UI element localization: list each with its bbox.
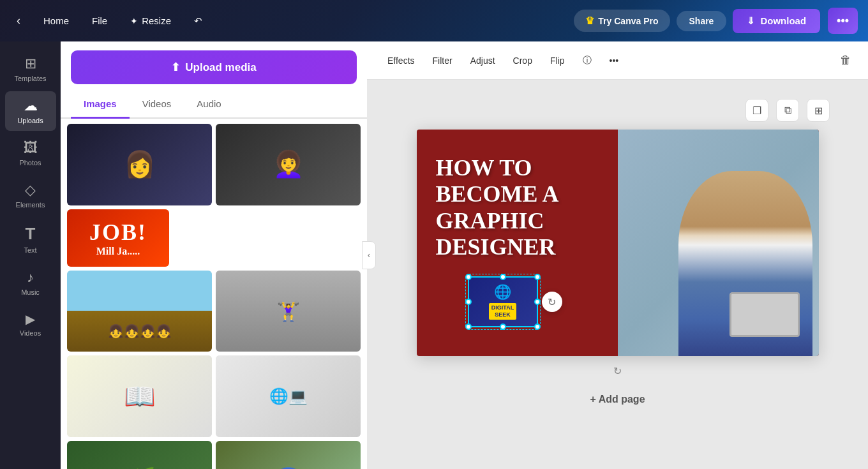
list-item[interactable] (67, 441, 212, 469)
try-pro-button[interactable]: ♛ Try Canva Pro (574, 10, 670, 32)
handle-bottom-center[interactable] (500, 324, 506, 330)
media-thumbnail (216, 124, 361, 205)
media-thumbnail (67, 355, 212, 437)
tab-videos-label: Videos (142, 98, 172, 109)
toolbar-right: 🗑 (836, 50, 855, 71)
sidebar: ⊞ Templates ☁ Uploads 🖼 Photos ◇ Element… (0, 41, 61, 469)
handle-top-center[interactable] (500, 274, 506, 280)
add-page-button[interactable]: + Add page (574, 387, 660, 412)
list-item[interactable] (216, 441, 361, 469)
upload-icon: ⬆ (171, 61, 180, 74)
media-grid: JOB! Mill Ja..... (61, 119, 367, 469)
list-item[interactable]: JOB! Mill Ja..... (67, 209, 169, 267)
copy-style-button[interactable]: ❐ (745, 99, 768, 122)
toolbar-more-button[interactable]: ••• (602, 50, 627, 71)
flip-label: Flip (550, 56, 565, 66)
media-thumbnail (67, 441, 212, 469)
sidebar-label-uploads: Uploads (17, 117, 43, 124)
page-rotate-button[interactable]: ↻ (613, 365, 622, 377)
page-rotate-icon: ↻ (613, 366, 622, 376)
toolbar-more-icon: ••• (610, 56, 619, 66)
sidebar-item-elements[interactable]: ◇ Elements (5, 175, 56, 215)
list-item[interactable] (67, 355, 212, 437)
handle-bottom-left[interactable] (465, 324, 472, 330)
delete-button[interactable]: 🗑 (836, 50, 855, 71)
effects-button[interactable]: Effects (380, 50, 423, 71)
canvas-container: HOW TO BECOME A GRAPHIC DESIGNER (417, 130, 819, 356)
selected-element[interactable]: 🌐 DIGITALSEEK ↻ (468, 276, 538, 327)
home-label: Home (43, 15, 69, 26)
sidebar-item-templates[interactable]: ⊞ Templates (5, 49, 56, 89)
resize-button[interactable]: ✦ Resize (124, 11, 177, 30)
flip-button[interactable]: Flip (542, 50, 572, 71)
canvas-scroll[interactable]: ❐ ⧉ ⊞ (367, 80, 868, 469)
photos-icon: 🖼 (24, 140, 38, 156)
list-item[interactable] (67, 271, 212, 352)
tabs-row: Images Videos Audio (61, 91, 367, 119)
canvas-frame[interactable]: HOW TO BECOME A GRAPHIC DESIGNER (417, 130, 819, 356)
filter-button[interactable]: Filter (425, 50, 460, 71)
list-item[interactable] (216, 355, 361, 437)
rotate-handle[interactable]: ↻ (542, 292, 562, 312)
sidebar-item-uploads[interactable]: ☁ Uploads (5, 91, 56, 131)
sidebar-label-elements: Elements (16, 201, 45, 209)
uploads-icon: ☁ (24, 98, 38, 114)
sidebar-item-photos[interactable]: 🖼 Photos (5, 133, 56, 173)
undo-button[interactable]: ↶ (188, 11, 209, 31)
more-options-button[interactable]: ••• (828, 8, 858, 34)
list-item[interactable] (67, 124, 212, 205)
music-icon: ♪ (27, 269, 34, 286)
media-thumbnail: JOB! Mill Ja..... (67, 209, 169, 267)
collapse-icon: ‹ (368, 251, 370, 260)
home-button[interactable]: Home (37, 11, 75, 30)
tab-images[interactable]: Images (71, 91, 130, 119)
globe-icon: 🌐 (494, 284, 511, 301)
sidebar-label-text: Text (24, 246, 36, 254)
upload-media-button[interactable]: ⬆ Upload media (71, 50, 357, 84)
media-thumbnail (67, 271, 212, 352)
expand-button[interactable]: ⊞ (807, 99, 830, 122)
sidebar-item-videos[interactable]: ▶ Videos (5, 305, 56, 343)
info-button[interactable]: ⓘ (575, 50, 599, 71)
sidebar-item-music[interactable]: ♪ Music (5, 263, 56, 302)
handle-top-right[interactable] (534, 274, 541, 280)
nav-right: ♛ Try Canva Pro Share ⇓ Download ••• (574, 8, 858, 34)
sidebar-label-templates: Templates (14, 75, 46, 82)
trash-icon: 🗑 (840, 54, 851, 66)
upload-btn-container: ⬆ Upload media (61, 41, 367, 91)
crown-icon: ♛ (585, 15, 594, 27)
back-button[interactable]: ‹ (10, 10, 27, 31)
tab-videos[interactable]: Videos (130, 91, 184, 119)
canvas-top-actions: ❐ ⧉ ⊞ (745, 99, 830, 122)
sidebar-label-videos: Videos (20, 329, 41, 337)
crop-button[interactable]: Crop (505, 50, 540, 71)
elements-icon: ◇ (25, 182, 36, 198)
upload-media-label: Upload media (185, 61, 256, 74)
copy-style-icon: ❐ (752, 105, 761, 117)
list-item[interactable] (216, 124, 361, 205)
handle-top-left[interactable] (465, 274, 472, 280)
share-button[interactable]: Share (677, 11, 727, 31)
canvas-title-line4: DESIGNER (436, 234, 559, 260)
templates-icon: ⊞ (25, 56, 36, 72)
filter-label: Filter (433, 56, 453, 66)
adjust-button[interactable]: Adjust (463, 50, 503, 71)
sidebar-label-photos: Photos (19, 159, 41, 167)
sidebar-item-text[interactable]: T Text (5, 218, 56, 260)
tab-audio[interactable]: Audio (184, 91, 234, 119)
media-thumbnail (67, 124, 212, 205)
main-layout: ⊞ Templates ☁ Uploads 🖼 Photos ◇ Element… (0, 41, 868, 469)
file-button[interactable]: File (86, 11, 114, 30)
panel-collapse-button[interactable]: ‹ (362, 241, 376, 269)
download-button[interactable]: ⇓ Download (733, 9, 820, 33)
text-icon: T (26, 224, 36, 244)
handle-bottom-right[interactable] (534, 324, 541, 330)
duplicate-button[interactable]: ⧉ (776, 99, 799, 122)
media-thumbnail (216, 271, 361, 352)
uploads-panel-wrapper: ⬆ Upload media Images Videos Audio (61, 41, 367, 469)
handle-mid-left[interactable] (465, 299, 472, 305)
list-item[interactable] (216, 271, 361, 352)
duplicate-icon: ⧉ (784, 105, 791, 116)
file-label: File (92, 15, 107, 26)
handle-mid-right[interactable] (534, 299, 541, 305)
